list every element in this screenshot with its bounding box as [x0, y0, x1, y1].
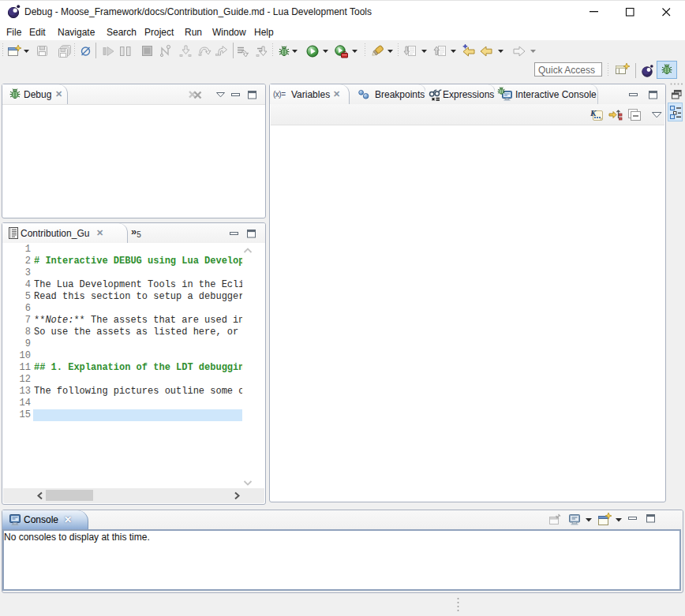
svg-text:K: K [590, 108, 597, 118]
